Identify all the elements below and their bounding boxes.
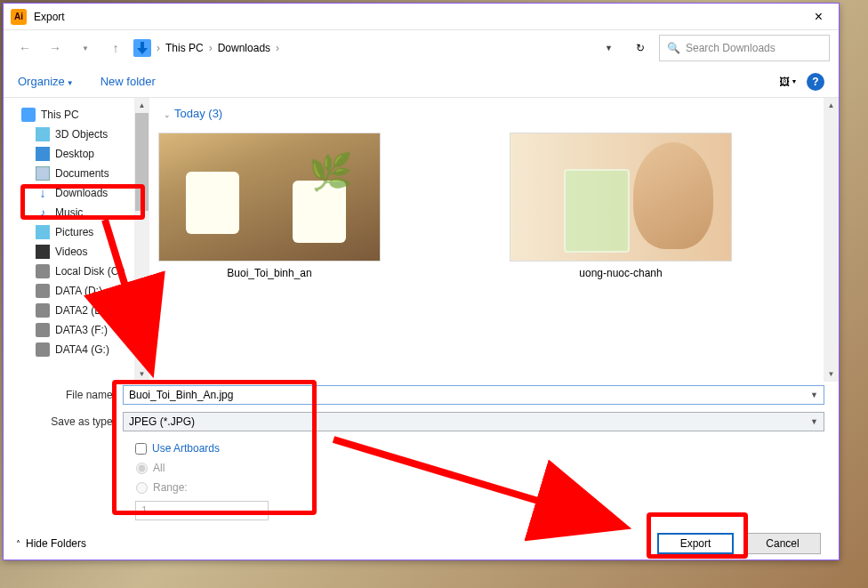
- file-item[interactable]: Buoi_Toi_binh_an: [158, 133, 381, 279]
- content-scrollbar[interactable]: ▲ ▼: [824, 98, 839, 382]
- artboards-range-input[interactable]: 1: [135, 501, 269, 520]
- window-title: Export: [34, 11, 799, 23]
- chevron-up-icon: ˄: [16, 539, 20, 549]
- folder-icon: [133, 39, 151, 57]
- chevron-down-icon: ⌄: [164, 110, 171, 119]
- export-button[interactable]: Export: [657, 533, 734, 554]
- titlebar: Ai Export ×: [4, 4, 839, 30]
- tree-item-desktop[interactable]: Desktop: [4, 144, 149, 164]
- tree-scrollbar[interactable]: ▲ ▼: [134, 98, 149, 382]
- folder-tree[interactable]: This PC 3D Objects Desktop Documents Dow…: [4, 98, 149, 382]
- tree-item-videos[interactable]: Videos: [4, 242, 149, 262]
- chevron-down-icon[interactable]: ▼: [810, 417, 818, 426]
- file-list[interactable]: ⌄Today (3) Buoi_Toi_binh_an uong-nuoc-ch…: [149, 98, 839, 382]
- new-folder-button[interactable]: New folder: [100, 75, 156, 88]
- tree-item-data2-e[interactable]: DATA2 (E:): [4, 301, 149, 320]
- chevron-down-icon[interactable]: ▼: [810, 391, 818, 399]
- breadcrumb[interactable]: › This PC › Downloads ›: [157, 42, 599, 54]
- breadcrumb-pc[interactable]: This PC: [165, 42, 204, 54]
- tree-item-thispc[interactable]: This PC: [4, 105, 149, 125]
- view-menu[interactable]: 🖼 ▼: [778, 74, 798, 90]
- desktop-icon: [36, 147, 50, 161]
- disk-icon: [36, 342, 50, 357]
- up-button[interactable]: ↑: [103, 36, 128, 60]
- filename-label: File name:: [18, 389, 116, 401]
- scroll-down-icon[interactable]: ▼: [824, 366, 839, 382]
- close-button[interactable]: ×: [799, 4, 839, 30]
- computer-icon: [21, 108, 36, 122]
- disk-icon: [36, 284, 50, 298]
- history-dropdown[interactable]: ▼: [73, 36, 98, 60]
- music-icon: [36, 205, 50, 220]
- filename-input[interactable]: Buoi_Toi_Binh_An.jpg ▼: [123, 385, 824, 405]
- use-artboards-checkbox[interactable]: Use Artboards: [135, 442, 220, 455]
- disk-icon: [36, 323, 50, 337]
- video-icon: [36, 245, 50, 259]
- back-button[interactable]: ←: [12, 36, 37, 60]
- location-bar: ← → ▼ ↑ › This PC › Downloads › ▼ ↻ 🔍 Se…: [4, 30, 839, 66]
- tree-item-pictures[interactable]: Pictures: [4, 222, 149, 242]
- command-bar: Organize▼ New folder 🖼 ▼ ?: [4, 66, 839, 98]
- thumbnail-image: [510, 133, 732, 262]
- tree-item-documents[interactable]: Documents: [4, 164, 149, 183]
- pictures-icon: [36, 225, 50, 239]
- chevron-right-icon: ›: [276, 42, 279, 54]
- search-icon: 🔍: [667, 42, 680, 54]
- app-icon: Ai: [11, 9, 27, 25]
- bottom-panel: File name: Buoi_Toi_Binh_An.jpg ▼ Save a…: [4, 382, 839, 560]
- artboard-options: Use Artboards All Range: 1: [4, 435, 839, 528]
- saveastype-label: Save as type:: [18, 415, 116, 428]
- cube-icon: [36, 127, 50, 141]
- download-icon: [36, 186, 50, 200]
- thumbnail-image: [158, 133, 381, 262]
- scroll-up-icon[interactable]: ▲: [134, 98, 149, 113]
- tree-item-3dobjects[interactable]: 3D Objects: [4, 125, 149, 144]
- organize-menu[interactable]: Organize▼: [18, 75, 74, 88]
- document-icon: [36, 166, 50, 181]
- artboards-range-radio[interactable]: Range:: [135, 481, 188, 494]
- chevron-right-icon: ›: [157, 42, 160, 54]
- tree-item-data4-g[interactable]: DATA4 (G:): [4, 340, 149, 359]
- forward-button[interactable]: →: [43, 36, 68, 60]
- artboards-all-radio[interactable]: All: [135, 462, 165, 474]
- chevron-right-icon: ›: [209, 42, 213, 54]
- refresh-button[interactable]: ↻: [627, 35, 654, 61]
- help-button[interactable]: ?: [807, 73, 824, 91]
- tree-item-localdisk-c[interactable]: Local Disk (C:): [4, 262, 149, 281]
- location-dropdown[interactable]: ▼: [605, 44, 613, 52]
- hide-folders-toggle[interactable]: ˄ Hide Folders: [16, 537, 86, 550]
- dialog-actions: ˄ Hide Folders Export Cancel: [4, 528, 839, 560]
- scroll-down-icon[interactable]: ▼: [134, 366, 149, 382]
- scroll-up-icon[interactable]: ▲: [824, 98, 839, 113]
- disk-icon: [36, 264, 50, 278]
- dialog-body: This PC 3D Objects Desktop Documents Dow…: [4, 98, 839, 382]
- search-input[interactable]: 🔍 Search Downloads: [659, 35, 830, 61]
- file-label: Buoi_Toi_binh_an: [227, 267, 311, 279]
- disk-icon: [36, 303, 50, 318]
- export-dialog: Ai Export × ← → ▼ ↑ › This PC › Download…: [3, 3, 840, 560]
- search-placeholder: Search Downloads: [686, 42, 776, 54]
- file-label: uong-nuoc-chanh: [579, 267, 662, 279]
- tree-item-downloads[interactable]: Downloads: [4, 183, 149, 203]
- chevron-down-icon: ▼: [67, 79, 74, 87]
- tree-item-data-d[interactable]: DATA (D:): [4, 281, 149, 301]
- tree-item-music[interactable]: Music: [4, 203, 149, 222]
- group-header[interactable]: ⌄Today (3): [149, 98, 839, 124]
- file-item[interactable]: uong-nuoc-chanh: [510, 133, 732, 279]
- breadcrumb-folder[interactable]: Downloads: [218, 42, 270, 54]
- saveastype-select[interactable]: JPEG (*.JPG) ▼: [123, 412, 824, 431]
- cancel-button[interactable]: Cancel: [744, 533, 821, 554]
- tree-item-data3-f[interactable]: DATA3 (F:): [4, 320, 149, 340]
